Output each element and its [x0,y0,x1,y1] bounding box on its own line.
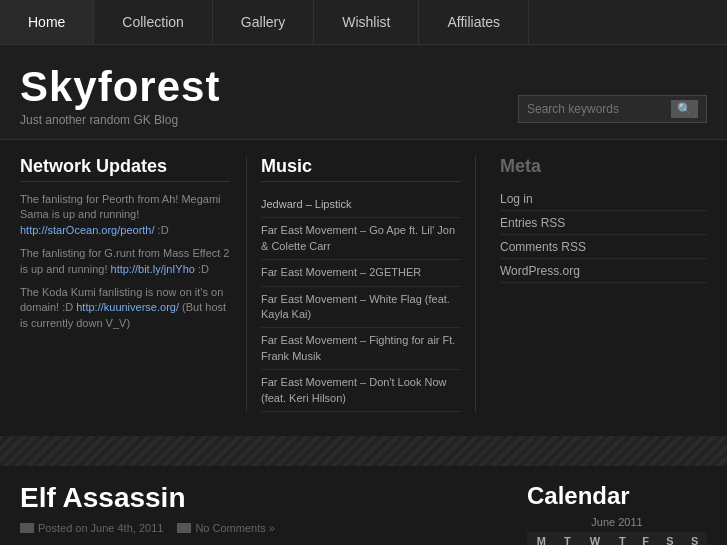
site-title: Skyforest [20,63,220,111]
cal-header-s1: S [657,532,682,545]
meta-section: Meta Log in Entries RSS Comments RSS Wor… [492,156,707,412]
post-section: Elf Assassin Posted on June 4th, 2011 No… [20,482,507,545]
meta-link-wordpress[interactable]: WordPress.org [500,259,707,283]
site-header: Skyforest Just another random GK Blog 🔍 [0,45,727,140]
calendar-table: M T W T F S S [527,532,707,545]
meta-title: Meta [500,156,707,177]
divider [0,436,727,466]
track-2[interactable]: Far East Movement – Go Ape ft. Lil' Jon … [261,218,461,260]
network-updates-section: Network Updates The fanlistng for Peorth… [20,156,230,412]
nav-affiliates[interactable]: Affiliates [419,0,529,44]
nav-gallery[interactable]: Gallery [213,0,314,44]
network-update-3-link[interactable]: http://kuuniverse.org/ [76,301,179,313]
music-section: Music Jedward – Lipstick Far East Moveme… [246,156,476,412]
cal-header-s2: S [682,532,707,545]
meta-link-entries-rss[interactable]: Entries RSS [500,211,707,235]
music-list: Jedward – Lipstick Far East Movement – G… [261,192,461,412]
track-3[interactable]: Far East Movement – 2GETHER [261,260,461,286]
nav-home[interactable]: Home [0,0,94,44]
bottom-section: Elf Assassin Posted on June 4th, 2011 No… [0,466,727,545]
nav-wishlist[interactable]: Wishlist [314,0,419,44]
main-nav: Home Collection Gallery Wishlist Affilia… [0,0,727,45]
search-input[interactable] [527,102,667,116]
track-4[interactable]: Far East Movement – White Flag (feat. Ka… [261,287,461,329]
meta-link-comments-rss[interactable]: Comments RSS [500,235,707,259]
cal-header-t2: T [611,532,634,545]
cal-header-t1: T [556,532,579,545]
network-update-1: The fanlistng for Peorth from Ah! Megami… [20,192,230,238]
post-title: Elf Assassin [20,482,507,514]
track-1[interactable]: Jedward – Lipstick [261,192,461,218]
network-update-2-link[interactable]: http://bit.ly/jnIYho [111,263,195,275]
search-button[interactable]: 🔍 [671,100,698,118]
calendar-icon [20,523,34,533]
track-5[interactable]: Far East Movement – Fighting for air Ft.… [261,328,461,370]
meta-link-login[interactable]: Log in [500,187,707,211]
post-date: Posted on June 4th, 2011 [20,522,163,534]
calendar-title: Calendar [527,482,707,510]
post-meta: Posted on June 4th, 2011 No Comments » [20,522,507,534]
search-box[interactable]: 🔍 [518,95,707,123]
network-update-3: The Koda Kumi fanlisting is now on it's … [20,285,230,331]
nav-collection[interactable]: Collection [94,0,212,44]
network-updates-title: Network Updates [20,156,230,182]
comment-icon [177,523,191,533]
calendar-month: June 2011 [527,516,707,528]
network-update-2: The fanlisting for G.runt from Mass Effe… [20,246,230,277]
music-title: Music [261,156,461,182]
calendar-section: Calendar June 2011 M T W T F S S [527,482,707,545]
cal-header-f: F [634,532,657,545]
post-comments[interactable]: No Comments » [177,522,274,534]
site-subtitle: Just another random GK Blog [20,113,220,127]
track-6[interactable]: Far East Movement – Don't Look Now (feat… [261,370,461,412]
main-content: Network Updates The fanlistng for Peorth… [0,140,727,428]
network-update-1-link[interactable]: http://starOcean.org/peorth/ [20,224,155,236]
cal-header-m: M [527,532,556,545]
network-updates-list: The fanlistng for Peorth from Ah! Megami… [20,192,230,331]
cal-header-w: W [579,532,610,545]
meta-links: Log in Entries RSS Comments RSS WordPres… [500,187,707,283]
